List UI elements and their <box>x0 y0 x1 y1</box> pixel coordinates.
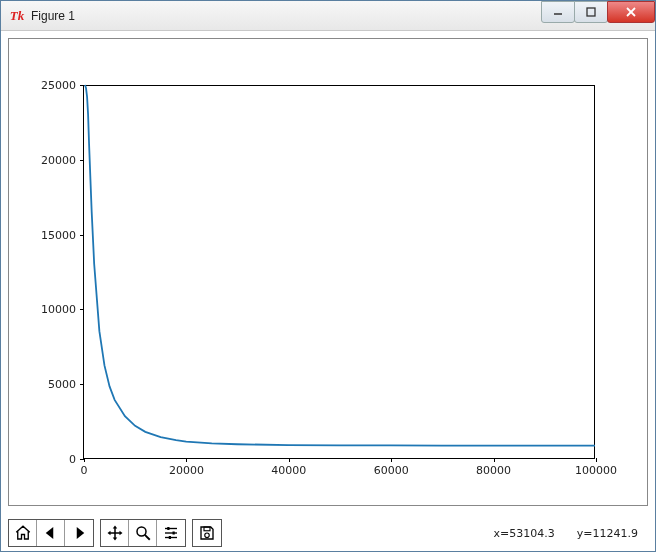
matplotlib-toolbar: x=53104.3 y=11241.9 <box>8 518 648 548</box>
coordinate-readout: x=53104.3 y=11241.9 <box>494 527 648 540</box>
xtick-label: 20000 <box>169 464 204 477</box>
maximize-button[interactable] <box>574 1 608 23</box>
svg-rect-1 <box>587 8 595 16</box>
svg-rect-9 <box>167 527 169 530</box>
ytick-label: 15000 <box>41 228 76 241</box>
xtick-label: 80000 <box>476 464 511 477</box>
xtick-label: 0 <box>81 464 88 477</box>
content-area: 0500010000150002000025000020000400006000… <box>0 30 656 552</box>
svg-point-13 <box>205 533 210 538</box>
svg-point-4 <box>137 527 146 536</box>
ytick-label: 5000 <box>48 378 76 391</box>
svg-rect-10 <box>173 532 175 535</box>
configure-button[interactable] <box>157 520 185 546</box>
ytick-label: 20000 <box>41 153 76 166</box>
back-button[interactable] <box>37 520 65 546</box>
close-button[interactable] <box>607 1 655 23</box>
zoom-button[interactable] <box>129 520 157 546</box>
ytick-label: 25000 <box>41 79 76 92</box>
axes: 0500010000150002000025000020000400006000… <box>83 85 595 459</box>
xtick-label: 60000 <box>374 464 409 477</box>
line-series <box>84 85 595 458</box>
window-controls <box>542 1 655 23</box>
app-icon: Tk <box>9 8 25 24</box>
svg-line-5 <box>144 535 149 540</box>
svg-rect-11 <box>169 536 171 539</box>
figure-canvas[interactable]: 0500010000150002000025000020000400006000… <box>8 38 648 506</box>
xtick-label: 100000 <box>575 464 617 477</box>
minimize-button[interactable] <box>541 1 575 23</box>
save-button[interactable] <box>193 520 221 546</box>
ytick-label: 0 <box>69 453 76 466</box>
pan-button[interactable] <box>101 520 129 546</box>
xtick-label: 40000 <box>271 464 306 477</box>
window-title: Figure 1 <box>31 9 75 23</box>
svg-rect-12 <box>204 527 210 531</box>
forward-button[interactable] <box>65 520 93 546</box>
window-titlebar: Tk Figure 1 <box>1 1 655 31</box>
home-button[interactable] <box>9 520 37 546</box>
ytick-label: 10000 <box>41 303 76 316</box>
coord-x: x=53104.3 <box>494 527 555 540</box>
coord-y: y=11241.9 <box>577 527 638 540</box>
